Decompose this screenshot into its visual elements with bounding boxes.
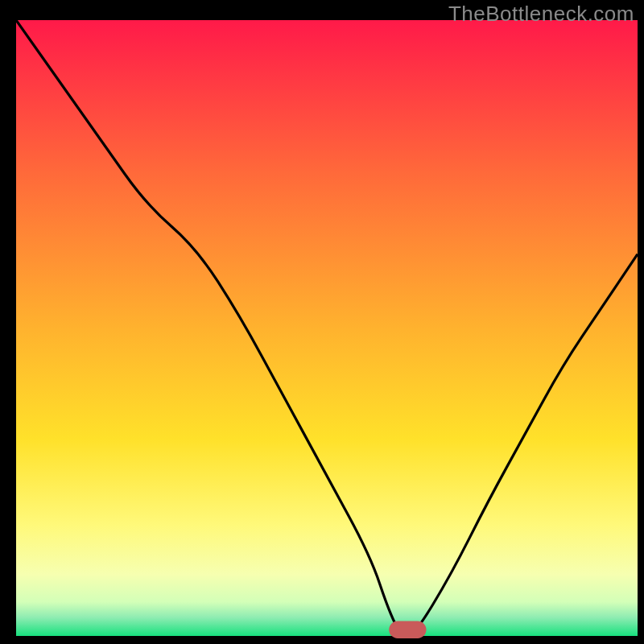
watermark-text: TheBottleneck.com bbox=[448, 2, 634, 27]
chart-container: TheBottleneck.com bbox=[0, 0, 644, 644]
chart-svg bbox=[0, 0, 644, 644]
chart-gradient-background bbox=[16, 20, 638, 636]
optimal-marker bbox=[389, 621, 426, 638]
